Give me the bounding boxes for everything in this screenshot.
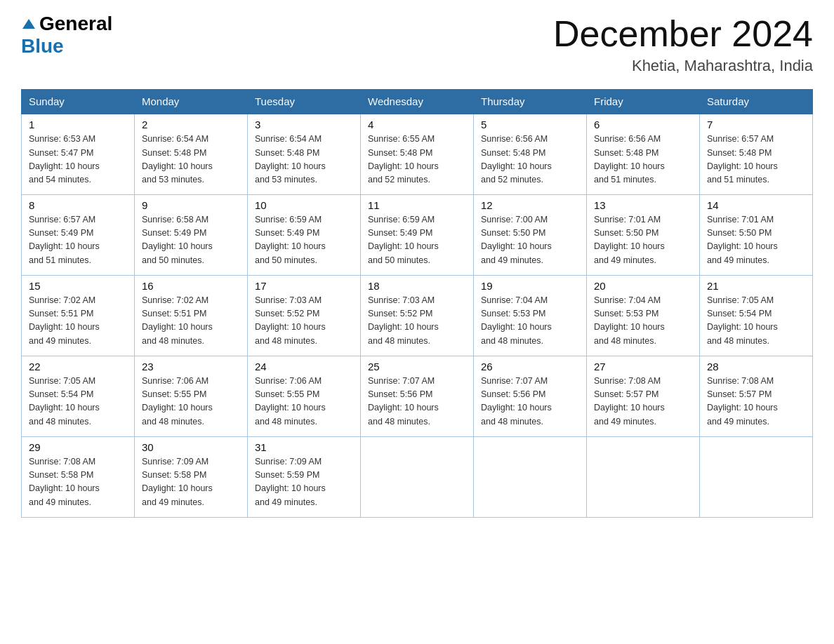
day-number: 8: [29, 199, 127, 211]
day-number: 2: [142, 119, 240, 130]
header-wednesday: Wednesday: [361, 90, 474, 114]
day-number: 22: [29, 361, 127, 373]
calendar-cell: 23 Sunrise: 7:06 AM Sunset: 5:55 PM Dayl…: [135, 356, 248, 436]
day-number: 5: [481, 119, 579, 130]
day-info: Sunrise: 6:54 AM Sunset: 5:48 PM Dayligh…: [142, 133, 240, 187]
month-title: December 2024: [553, 14, 813, 54]
day-number: 10: [255, 199, 353, 211]
calendar-cell: 25 Sunrise: 7:07 AM Sunset: 5:56 PM Dayl…: [361, 356, 474, 436]
calendar-cell: 30 Sunrise: 7:09 AM Sunset: 5:58 PM Dayl…: [135, 436, 248, 517]
calendar-week-row: 29 Sunrise: 7:08 AM Sunset: 5:58 PM Dayl…: [22, 436, 813, 517]
day-number: 29: [29, 441, 127, 453]
day-number: 31: [255, 441, 353, 453]
day-number: 15: [29, 280, 127, 292]
day-number: 30: [142, 441, 240, 453]
calendar-cell: 31 Sunrise: 7:09 AM Sunset: 5:59 PM Dayl…: [248, 436, 361, 517]
header-saturday: Saturday: [700, 90, 813, 114]
day-info: Sunrise: 7:00 AM Sunset: 5:50 PM Dayligh…: [481, 213, 579, 268]
calendar-cell: 10 Sunrise: 6:59 AM Sunset: 5:49 PM Dayl…: [248, 194, 361, 275]
day-info: Sunrise: 7:07 AM Sunset: 5:56 PM Dayligh…: [481, 375, 579, 429]
day-info: Sunrise: 7:08 AM Sunset: 5:57 PM Dayligh…: [594, 375, 692, 429]
day-number: 16: [142, 280, 240, 292]
day-info: Sunrise: 6:57 AM Sunset: 5:49 PM Dayligh…: [29, 213, 127, 268]
day-info: Sunrise: 6:57 AM Sunset: 5:48 PM Dayligh…: [707, 133, 805, 187]
logo-text-general: General: [39, 14, 112, 34]
day-number: 7: [707, 119, 805, 130]
title-area: December 2024 Khetia, Maharashtra, India: [553, 14, 813, 75]
calendar-cell: [700, 436, 813, 517]
calendar-cell: 26 Sunrise: 7:07 AM Sunset: 5:56 PM Dayl…: [474, 356, 587, 436]
day-info: Sunrise: 6:59 AM Sunset: 5:49 PM Dayligh…: [255, 213, 353, 268]
day-number: 19: [481, 280, 579, 292]
day-number: 9: [142, 199, 240, 211]
header-friday: Friday: [587, 90, 700, 114]
day-number: 17: [255, 280, 353, 292]
day-number: 6: [594, 119, 692, 130]
calendar-cell: 1 Sunrise: 6:53 AM Sunset: 5:47 PM Dayli…: [22, 114, 135, 194]
day-info: Sunrise: 7:09 AM Sunset: 5:59 PM Dayligh…: [255, 455, 353, 510]
calendar-cell: [474, 436, 587, 517]
day-info: Sunrise: 7:03 AM Sunset: 5:52 PM Dayligh…: [255, 294, 353, 349]
day-number: 13: [594, 199, 692, 211]
day-info: Sunrise: 7:08 AM Sunset: 5:58 PM Dayligh…: [29, 455, 127, 510]
day-info: Sunrise: 6:58 AM Sunset: 5:49 PM Dayligh…: [142, 213, 240, 268]
day-number: 3: [255, 119, 353, 130]
day-info: Sunrise: 7:07 AM Sunset: 5:56 PM Dayligh…: [368, 375, 466, 429]
calendar-cell: 29 Sunrise: 7:08 AM Sunset: 5:58 PM Dayl…: [22, 436, 135, 517]
calendar-cell: 19 Sunrise: 7:04 AM Sunset: 5:53 PM Dayl…: [474, 275, 587, 356]
header-tuesday: Tuesday: [248, 90, 361, 114]
calendar-cell: 18 Sunrise: 7:03 AM Sunset: 5:52 PM Dayl…: [361, 275, 474, 356]
calendar-cell: 12 Sunrise: 7:00 AM Sunset: 5:50 PM Dayl…: [474, 194, 587, 275]
calendar-cell: 2 Sunrise: 6:54 AM Sunset: 5:48 PM Dayli…: [135, 114, 248, 194]
day-number: 24: [255, 361, 353, 373]
day-number: 14: [707, 199, 805, 211]
logo-icon: [21, 16, 37, 32]
calendar-cell: 11 Sunrise: 6:59 AM Sunset: 5:49 PM Dayl…: [361, 194, 474, 275]
day-info: Sunrise: 7:08 AM Sunset: 5:57 PM Dayligh…: [707, 375, 805, 429]
calendar-table: SundayMondayTuesdayWednesdayThursdayFrid…: [21, 89, 813, 518]
day-info: Sunrise: 7:05 AM Sunset: 5:54 PM Dayligh…: [29, 375, 127, 429]
day-number: 1: [29, 119, 127, 130]
day-number: 18: [368, 280, 466, 292]
day-info: Sunrise: 7:01 AM Sunset: 5:50 PM Dayligh…: [594, 213, 692, 268]
day-info: Sunrise: 6:56 AM Sunset: 5:48 PM Dayligh…: [594, 133, 692, 187]
calendar-week-row: 22 Sunrise: 7:05 AM Sunset: 5:54 PM Dayl…: [22, 356, 813, 436]
logo-text-blue: Blue: [21, 35, 64, 58]
day-info: Sunrise: 7:03 AM Sunset: 5:52 PM Dayligh…: [368, 294, 466, 349]
calendar-cell: 9 Sunrise: 6:58 AM Sunset: 5:49 PM Dayli…: [135, 194, 248, 275]
calendar-cell: [587, 436, 700, 517]
day-info: Sunrise: 7:04 AM Sunset: 5:53 PM Dayligh…: [481, 294, 579, 349]
calendar-cell: 5 Sunrise: 6:56 AM Sunset: 5:48 PM Dayli…: [474, 114, 587, 194]
calendar-cell: 15 Sunrise: 7:02 AM Sunset: 5:51 PM Dayl…: [22, 275, 135, 356]
day-number: 11: [368, 199, 466, 211]
calendar-cell: 27 Sunrise: 7:08 AM Sunset: 5:57 PM Dayl…: [587, 356, 700, 436]
day-number: 27: [594, 361, 692, 373]
calendar-cell: 3 Sunrise: 6:54 AM Sunset: 5:48 PM Dayli…: [248, 114, 361, 194]
day-info: Sunrise: 7:01 AM Sunset: 5:50 PM Dayligh…: [707, 213, 805, 268]
day-info: Sunrise: 6:54 AM Sunset: 5:48 PM Dayligh…: [255, 133, 353, 187]
logo-area: General Blue: [21, 14, 112, 58]
location-subtitle: Khetia, Maharashtra, India: [553, 57, 813, 75]
day-info: Sunrise: 6:55 AM Sunset: 5:48 PM Dayligh…: [368, 133, 466, 187]
day-info: Sunrise: 6:53 AM Sunset: 5:47 PM Dayligh…: [29, 133, 127, 187]
day-number: 21: [707, 280, 805, 292]
calendar-cell: 7 Sunrise: 6:57 AM Sunset: 5:48 PM Dayli…: [700, 114, 813, 194]
day-number: 25: [368, 361, 466, 373]
calendar-cell: 4 Sunrise: 6:55 AM Sunset: 5:48 PM Dayli…: [361, 114, 474, 194]
calendar-cell: 14 Sunrise: 7:01 AM Sunset: 5:50 PM Dayl…: [700, 194, 813, 275]
day-info: Sunrise: 6:59 AM Sunset: 5:49 PM Dayligh…: [368, 213, 466, 268]
calendar-week-row: 1 Sunrise: 6:53 AM Sunset: 5:47 PM Dayli…: [22, 114, 813, 194]
header-monday: Monday: [135, 90, 248, 114]
day-info: Sunrise: 7:06 AM Sunset: 5:55 PM Dayligh…: [255, 375, 353, 429]
calendar-week-row: 8 Sunrise: 6:57 AM Sunset: 5:49 PM Dayli…: [22, 194, 813, 275]
calendar-cell: 24 Sunrise: 7:06 AM Sunset: 5:55 PM Dayl…: [248, 356, 361, 436]
day-number: 26: [481, 361, 579, 373]
calendar-week-row: 15 Sunrise: 7:02 AM Sunset: 5:51 PM Dayl…: [22, 275, 813, 356]
page-header: General Blue December 2024 Khetia, Mahar…: [21, 14, 813, 75]
day-number: 12: [481, 199, 579, 211]
header-thursday: Thursday: [474, 90, 587, 114]
day-info: Sunrise: 7:02 AM Sunset: 5:51 PM Dayligh…: [142, 294, 240, 349]
calendar-cell: 8 Sunrise: 6:57 AM Sunset: 5:49 PM Dayli…: [22, 194, 135, 275]
calendar-cell: 13 Sunrise: 7:01 AM Sunset: 5:50 PM Dayl…: [587, 194, 700, 275]
day-number: 4: [368, 119, 466, 130]
